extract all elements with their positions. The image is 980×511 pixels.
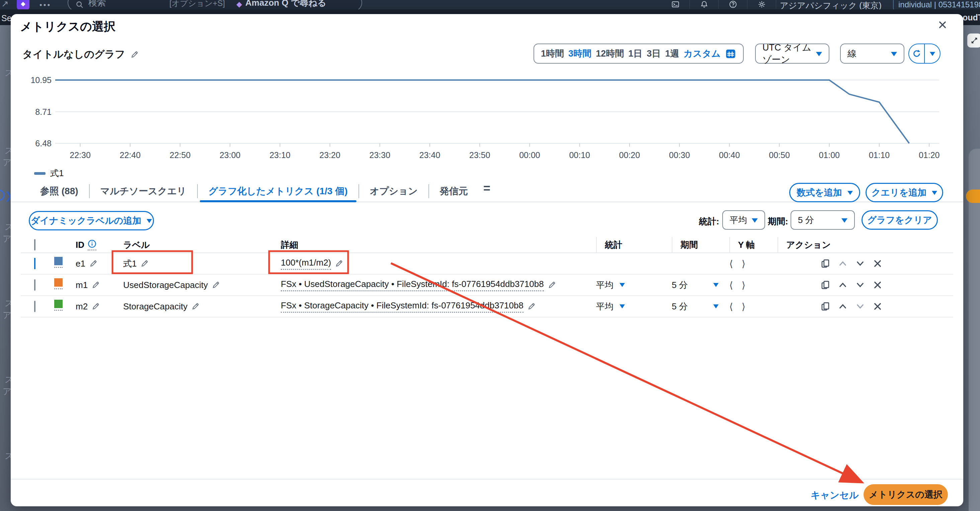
svg-text:01:10: 01:10	[869, 150, 890, 160]
period-select[interactable]: 5 分	[791, 210, 855, 230]
amazon-q-button[interactable]: Amazon Q で尋ねる	[245, 0, 326, 9]
move-down-icon[interactable]	[855, 301, 865, 311]
close-icon[interactable]	[935, 18, 950, 32]
edit-id-icon[interactable]	[92, 281, 100, 289]
row-period-select[interactable]: 5 分	[672, 301, 719, 312]
time-range-1日[interactable]: 1日	[628, 48, 642, 60]
custom-date-calendar-icon[interactable]	[725, 48, 737, 59]
notifications-bell-icon[interactable]	[690, 0, 719, 9]
svg-text:22:50: 22:50	[170, 150, 191, 160]
remove-icon[interactable]	[873, 280, 883, 290]
legend-color-dash	[34, 172, 46, 175]
remove-icon[interactable]	[873, 258, 883, 269]
edit-label-icon[interactable]	[191, 302, 199, 310]
move-down-icon[interactable]	[855, 280, 865, 290]
chevron-down-icon	[932, 191, 937, 197]
color-swatch[interactable]	[54, 300, 63, 311]
time-range-3時間[interactable]: 3時間	[568, 48, 592, 60]
row-details[interactable]: FSx • StorageCapacity • FileSystemId: fs…	[281, 300, 523, 313]
duplicate-icon[interactable]	[820, 258, 830, 269]
cloudshell-icon[interactable]	[661, 0, 690, 9]
yaxis-left-icon[interactable]: ⟨	[729, 280, 733, 291]
col-actions: アクション	[778, 237, 953, 253]
remove-icon[interactable]	[873, 301, 883, 311]
yaxis-right-icon[interactable]: ⟩	[742, 280, 745, 291]
tab-0[interactable]: 参照 (88)	[29, 181, 89, 202]
clear-graph-label: グラフをクリア	[867, 214, 932, 226]
move-up-icon[interactable]	[838, 280, 848, 290]
time-range-3日[interactable]: 3日	[647, 48, 661, 60]
tab-2[interactable]: グラフ化したメトリクス (1/3 個)	[198, 181, 358, 202]
svg-text:23:00: 23:00	[220, 150, 241, 160]
page: ↗ ◆ ••• 検索 [オプション+S] ◆ Amazon Q で尋ねる アジア…	[0, 0, 980, 511]
stat-select[interactable]: 平均	[722, 210, 765, 230]
add-dynamic-label-label: ダイナミックラベルの追加	[31, 215, 141, 227]
move-down-icon[interactable]	[855, 258, 865, 269]
color-swatch[interactable]	[54, 257, 63, 268]
swatch-color	[54, 300, 63, 308]
move-up-icon[interactable]	[838, 301, 848, 311]
edit-id-icon[interactable]	[92, 302, 100, 310]
row-checkbox[interactable]	[34, 258, 35, 269]
period-value: 5 分	[798, 214, 814, 226]
edit-details-icon[interactable]	[335, 259, 343, 267]
refresh-icon[interactable]	[909, 44, 924, 63]
row-details[interactable]: FSx • UsedStorageCapacity • FileSystemId…	[281, 279, 544, 291]
row-checkbox[interactable]	[34, 279, 35, 291]
id-info-icon[interactable]	[88, 239, 96, 250]
color-swatch[interactable]	[54, 278, 63, 289]
row-period-select[interactable]: 5 分	[672, 279, 719, 291]
row-details[interactable]: 100*(m1/m2)	[281, 258, 331, 270]
settings-gear-icon[interactable]	[748, 0, 776, 9]
background-panel-fragment	[969, 149, 980, 511]
help-icon[interactable]	[719, 0, 748, 9]
yaxis-left-icon[interactable]: ⟨	[729, 301, 733, 312]
edit-id-icon[interactable]	[89, 259, 97, 267]
app-glyph-icon: ◆	[21, 0, 25, 7]
row-stat-select[interactable]: 平均	[596, 301, 672, 312]
chart-legend[interactable]: 式1	[34, 167, 64, 179]
swatch-color	[54, 257, 63, 265]
edit-label-icon[interactable]	[212, 281, 220, 289]
select-metrics-button[interactable]: メトリクスの選択	[864, 484, 948, 505]
time-range-12時間[interactable]: 12時間	[596, 48, 624, 60]
row-checkbox[interactable]	[34, 301, 35, 312]
footer-divider	[11, 479, 963, 479]
expand-tool-icon[interactable]	[967, 33, 980, 48]
row-stat-select[interactable]: 平均	[596, 279, 672, 291]
edit-label-icon[interactable]	[141, 259, 149, 267]
edit-details-icon[interactable]	[548, 281, 556, 289]
tab-3[interactable]: オプション	[359, 181, 428, 202]
row-label: StorageCapacity	[123, 301, 188, 312]
time-range-1時間[interactable]: 1時間	[541, 48, 564, 60]
chevron-down-icon	[619, 304, 625, 311]
time-range-group: 1時間3時間12時間1日3日1週カスタム	[533, 43, 744, 64]
stat-value: 平均	[596, 301, 614, 312]
add-query-button[interactable]: クエリを追加	[865, 183, 943, 202]
cancel-button[interactable]: キャンセル	[811, 489, 859, 501]
tab-1[interactable]: マルチソースクエリ	[90, 181, 197, 202]
clear-graph-button[interactable]: グラフをクリア	[862, 210, 938, 230]
add-dynamic-label-button[interactable]: ダイナミックラベルの追加	[29, 211, 154, 230]
yaxis-right-icon[interactable]: ⟩	[742, 258, 745, 269]
duplicate-icon[interactable]	[820, 280, 830, 290]
duplicate-icon[interactable]	[820, 301, 830, 311]
select-all-checkbox[interactable]	[34, 239, 35, 250]
edit-details-icon[interactable]	[528, 302, 536, 310]
services-menu-icon[interactable]: •••	[40, 1, 51, 10]
stat-label: 統計:	[699, 216, 719, 228]
svg-text:23:20: 23:20	[319, 150, 340, 160]
service-app-icon[interactable]: ◆	[17, 0, 29, 10]
timezone-select[interactable]: UTC タイムゾーン	[755, 43, 829, 64]
yaxis-right-icon[interactable]: ⟩	[742, 301, 745, 312]
chart-type-select[interactable]: 線	[840, 43, 904, 64]
edit-graph-title-icon[interactable]	[130, 51, 138, 59]
refresh-options-button[interactable]	[924, 44, 940, 63]
time-range-カスタム[interactable]: カスタム	[684, 48, 721, 60]
yaxis-left-icon[interactable]: ⟨	[729, 258, 733, 269]
move-up-icon[interactable]	[838, 258, 848, 269]
add-math-button[interactable]: 数式を追加	[789, 183, 860, 202]
metrics-chart[interactable]: 10.958.716.4822:3022:4022:5023:0023:1023…	[21, 74, 955, 168]
time-range-1週[interactable]: 1週	[665, 48, 679, 60]
tab-4[interactable]: 発信元	[429, 181, 479, 202]
